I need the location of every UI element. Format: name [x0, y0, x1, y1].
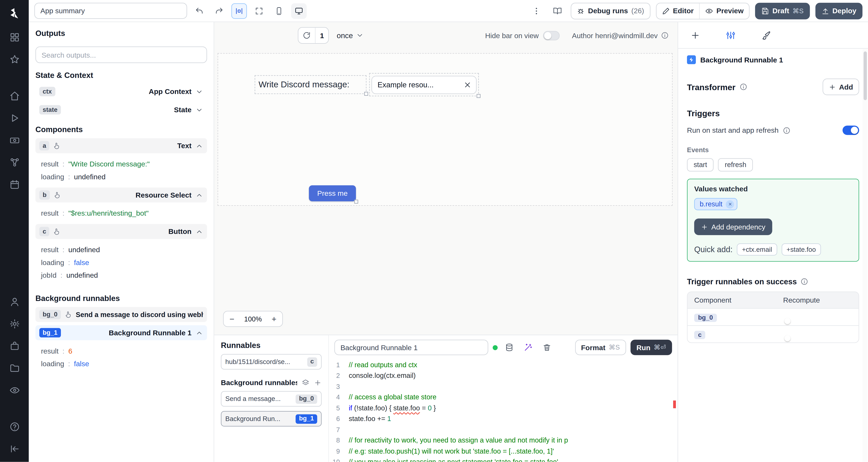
prop-value: undefined	[74, 173, 105, 181]
debug-runs-button[interactable]: Debug runs (26)	[571, 2, 650, 19]
runnable-title: Background Runnable 1	[700, 56, 783, 64]
prop-row: loading:undefined	[41, 170, 207, 183]
docs-button[interactable]	[550, 3, 565, 19]
ai-assist-button[interactable]	[521, 340, 535, 355]
text-component[interactable]: Write Discord message:	[255, 75, 367, 94]
prop-colon: :	[68, 173, 70, 181]
resource-select-input[interactable]: Example resou...	[372, 75, 476, 94]
search-outputs-input[interactable]	[35, 46, 207, 63]
prop-row: loading:false	[41, 357, 207, 370]
runs-play-icon[interactable]	[9, 113, 20, 123]
event-chip-refresh[interactable]: refresh	[718, 158, 753, 171]
collapse-sidebar-icon[interactable]	[9, 444, 20, 454]
add-runnable-icon[interactable]	[314, 379, 322, 387]
help-icon[interactable]	[9, 422, 20, 432]
add-transformer-button[interactable]: Add	[823, 78, 859, 95]
runnable-item-hub[interactable]: hub/1511/discord/se... c	[221, 354, 321, 370]
workspace-briefcase-icon[interactable]	[9, 341, 20, 351]
home-icon[interactable]	[9, 91, 20, 101]
settings-sliders-tab-icon[interactable]	[726, 30, 736, 40]
watched-dependency-chip[interactable]: b.result	[694, 198, 737, 210]
eye-icon[interactable]	[9, 385, 20, 396]
runnable-name-input[interactable]	[334, 340, 488, 355]
format-button[interactable]: Format ⌘S	[575, 340, 626, 355]
output-row-bg1[interactable]: bg_1 Background Runnable 1	[35, 325, 207, 340]
zoom-in-button[interactable]: +	[266, 311, 282, 327]
user-icon[interactable]	[9, 297, 20, 307]
remove-dependency-button[interactable]	[726, 200, 734, 208]
deploy-icon	[822, 7, 829, 15]
prop-key: loading	[41, 258, 64, 267]
component-column-header: Component	[688, 292, 777, 308]
output-row-component-b[interactable]: b Resource Select	[35, 188, 207, 202]
refresh-button[interactable]	[299, 28, 315, 43]
output-row-state[interactable]: state State	[35, 102, 207, 117]
event-chip-start[interactable]: start	[687, 158, 714, 171]
app-canvas[interactable]: Write Discord message: Example resou... …	[214, 48, 678, 335]
output-row-ctx[interactable]: ctx App Context	[35, 84, 207, 99]
redo-button[interactable]	[211, 3, 227, 19]
folders-icon[interactable]	[9, 363, 20, 373]
chevron-down-icon	[195, 88, 203, 96]
events-label: Events	[687, 146, 859, 154]
editor-tab-button[interactable]: Editor	[656, 3, 699, 19]
press-me-button[interactable]: Press me	[309, 185, 356, 201]
values-watched-box: Values watched b.result Add dependency	[687, 179, 859, 262]
hide-bar-toggle[interactable]	[543, 31, 560, 40]
output-row-component-a[interactable]: a Text	[35, 138, 207, 153]
resources-graph-icon[interactable]	[9, 157, 20, 167]
quick-add-ctx-email[interactable]: +ctx.email	[737, 243, 777, 256]
zoom-out-button[interactable]: −	[224, 311, 240, 327]
mobile-view-button[interactable]	[271, 3, 287, 19]
delete-runnable-button[interactable]	[540, 340, 554, 355]
desktop-view-button[interactable]	[291, 3, 307, 19]
clear-selection-icon[interactable]	[463, 80, 472, 89]
apps-grid-icon[interactable]	[9, 32, 20, 42]
quick-add-state-foo[interactable]: +state.foo	[781, 243, 821, 256]
code-line: 4// access a global state store	[329, 392, 678, 403]
preview-tab-button[interactable]: Preview	[699, 3, 749, 19]
fullscreen-button[interactable]	[251, 3, 267, 19]
deploy-button[interactable]: Deploy	[815, 2, 862, 19]
resize-handle[interactable]	[476, 94, 480, 98]
code-token: // for reactivity to work, you need to a…	[349, 437, 568, 444]
code-line: 1// read outputs and ctx	[329, 360, 678, 370]
watched-value: b.result	[700, 200, 722, 208]
cache-button[interactable]	[502, 340, 517, 355]
auto-layout-button[interactable]	[231, 3, 247, 19]
settings-gear-icon[interactable]	[9, 319, 20, 329]
runnable-item-badge: c	[307, 357, 317, 366]
draft-button[interactable]: Draft ⌘S	[755, 2, 810, 19]
resize-handle[interactable]	[354, 200, 358, 204]
prop-row: jobId:undefined	[41, 269, 207, 282]
run-button[interactable]: Run ⌘⏎	[630, 340, 672, 355]
author-text: Author henri@windmill.dev	[572, 31, 658, 39]
resize-handle[interactable]	[364, 92, 368, 96]
resource-select-component[interactable]: Example resou...	[369, 73, 479, 96]
insert-component-tab-icon[interactable]	[690, 30, 701, 40]
schedules-calendar-icon[interactable]	[9, 179, 20, 190]
runnable-item-badge: bg_0	[296, 394, 317, 403]
windmill-logo[interactable]	[8, 7, 21, 19]
refresh-count[interactable]: 1	[315, 28, 329, 43]
layers-icon[interactable]	[302, 379, 310, 387]
runnable-item-bg1-selected[interactable]: Background Run... bg_1	[221, 411, 321, 427]
theme-brush-tab-icon[interactable]	[761, 30, 771, 40]
star-icon[interactable]	[9, 54, 20, 65]
editor-header: Format ⌘S Run ⌘⏎	[329, 335, 678, 359]
code-area[interactable]: 1// read outputs and ctx 2console.log(ct…	[329, 359, 678, 462]
add-dependency-button[interactable]: Add dependency	[694, 219, 772, 235]
runnable-zap-icon	[687, 56, 696, 64]
more-menu-button[interactable]	[529, 3, 544, 19]
run-on-start-toggle[interactable]	[842, 126, 859, 135]
add-label: Add	[839, 83, 853, 91]
interval-select[interactable]: once	[337, 31, 364, 39]
scrollbar-thumb[interactable]	[863, 52, 867, 100]
money-icon[interactable]	[9, 135, 20, 145]
output-row-bg0[interactable]: bg_0 Send a message to discord using web…	[35, 307, 207, 322]
app-summary-input[interactable]	[34, 3, 187, 19]
undo-button[interactable]	[191, 3, 207, 19]
output-row-component-c[interactable]: c Button	[35, 224, 207, 239]
debug-runs-count: (26)	[631, 7, 644, 15]
runnable-item-bg0[interactable]: Send a message... bg_0	[221, 391, 321, 406]
